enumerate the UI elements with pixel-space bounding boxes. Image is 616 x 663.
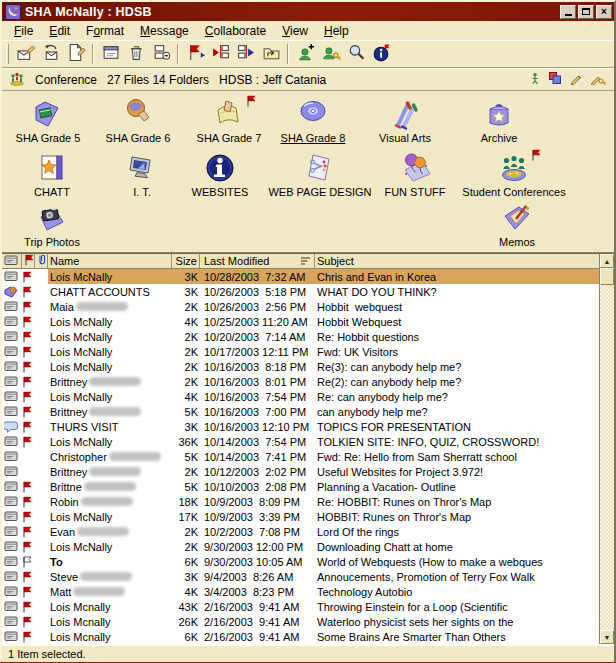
column-header-size[interactable]: Size [172,254,200,268]
message-subject: Re(2): can anybody help me? [315,374,599,389]
message-row[interactable]: Lois McNally2K10/20/2003 7:14 AMRe: Hobb… [2,329,599,344]
message-row[interactable]: Lois McNally4K10/16/2003 7:54 PMRe: can … [2,389,599,404]
message-row[interactable]: Brittne5K10/10/2003 2:08 PMPlanning a Va… [2,479,599,494]
message-row[interactable]: Lois Mcnally43K2/16/2003 9:41 AMThrowing… [2,599,599,614]
message-row[interactable]: Matt4K3/4/2003 8:23 PMTechnology Autobio [2,584,599,599]
message-row[interactable]: THURS VISIT3K10/16/2003 12:10 PMTOPICS F… [2,419,599,434]
flag-red-icon [22,374,35,389]
add-member-button[interactable] [293,42,318,66]
last-modified: 2/16/2003 9:41 AM [200,599,315,614]
message-row[interactable]: Lois McNally3K10/28/2003 7:32 AMChris an… [2,269,599,284]
menu-help[interactable]: Help [316,23,357,39]
column-header-message-icon[interactable] [2,254,22,268]
pencil-icon[interactable] [569,71,583,88]
unsubscribe-button[interactable] [148,42,173,66]
info-button[interactable] [368,42,393,66]
next-unread-button[interactable] [233,42,258,66]
message-row[interactable]: Brittney5K10/16/2003 7:00 PMcan anybody … [2,404,599,419]
column-header-subject[interactable]: Subject [315,254,599,268]
scroll-track[interactable] [600,285,614,630]
message-row[interactable]: Lois McNally36K10/14/2003 7:54 PMTOLKIEN… [2,434,599,449]
conference-icon-student-conferences[interactable]: Student Conferences [444,151,584,198]
message-row[interactable]: Brittney2K10/12/2003 2:02 PMUseful Websi… [2,464,599,479]
conference-icon-label: Student Conferences [462,186,565,198]
message-icon [2,509,22,524]
menu-format[interactable]: Format [78,23,132,39]
column-header-name[interactable]: Name [48,254,172,268]
message-row[interactable]: Steve3K9/4/2003 8:26 AMAnnoucements, Pro… [2,569,599,584]
column-header-attachment-icon[interactable] [35,254,48,268]
message-size: 36K [172,434,200,449]
conference-icon-trip-photos[interactable]: Trip Photos [0,201,122,248]
layers-icon[interactable] [548,71,562,88]
message-row[interactable]: To6K9/30/2003 10:05 AMWorld of Webquests… [2,554,599,569]
pencil-key-icon[interactable] [590,71,607,88]
attachment-cell [35,524,48,539]
menu-file[interactable]: File [6,23,41,39]
message-subject: Planning a Vacation- Outline [315,479,599,494]
message-subject: Throwing Einstein for a Loop (Scientific [315,599,599,614]
menu-bar: FileEditFormatMessageCollaborateViewHelp [2,21,614,40]
message-row[interactable]: Evan2K10/2/2003 7:08 PMLord Of the rings [2,524,599,539]
flag-red-icon [22,269,35,284]
message-row[interactable]: Robin18K10/9/2003 8:09 PMRe: HOBBIT: Run… [2,494,599,509]
message-row[interactable]: Maia2K10/26/2003 2:56 PMHobbit webquest [2,299,599,314]
previous-unread-button[interactable] [208,42,233,66]
conference-icon-archive[interactable]: Archive [429,97,569,144]
message-size: 18K [172,494,200,509]
new-message-button[interactable] [13,42,38,66]
message-size: 43K [172,599,200,614]
vertical-scrollbar[interactable]: ▲ ▼ [599,254,614,644]
flag-red-icon [22,524,35,539]
message-size: 2K [172,539,200,554]
permissions-button[interactable] [318,42,343,66]
message-row[interactable]: Lois McNally4K10/25/2003 11:20 AMHobbit … [2,314,599,329]
delete-button[interactable] [123,42,148,66]
message-size: 3K [172,269,200,284]
message-subject: Re: Hobbit questions [315,329,599,344]
conference-icon-memos[interactable]: Memos [447,201,587,248]
attachment-cell [35,464,48,479]
maximize-button[interactable] [578,5,594,19]
people-icon [496,151,532,185]
last-modified: 10/16/2003 7:00 PM [200,404,315,419]
menu-collaborate[interactable]: Collaborate [197,23,274,39]
toolbar-drag-handle[interactable] [6,44,9,64]
last-modified: 10/26/2003 2:56 PM [200,299,315,314]
message-row[interactable]: Christopher5K10/14/2003 7:41 PMFwd: Re: … [2,449,599,464]
minimize-button[interactable] [560,5,576,19]
conference-icon-label: WEBSITES [192,186,249,198]
column-header-flag-icon[interactable] [22,254,35,268]
reply-button[interactable] [38,42,63,66]
menu-view[interactable]: View [274,23,316,39]
column-header-last-modified[interactable]: Last Modified [200,254,315,268]
title-bar[interactable]: SHA McNally : HDSB × [2,2,614,21]
message-row[interactable]: Brittney2K10/16/2003 8:01 PMRe(2): can a… [2,374,599,389]
message-row[interactable]: Lois McNally2K9/30/2003 12:00 PMDownload… [2,539,599,554]
message-row[interactable]: Lois McNally17K10/9/2003 3:39 PMHOBBIT: … [2,509,599,524]
new-document-icon [66,43,86,66]
menu-message[interactable]: Message [132,23,197,39]
last-modified: 10/26/2003 5:18 PM [200,284,315,299]
message-row[interactable]: Lois McNally2K10/17/2003 12:11 PMFwd: UK… [2,344,599,359]
new-document-button[interactable] [63,42,88,66]
close-button[interactable]: × [596,5,612,19]
scroll-up-button[interactable]: ▲ [600,254,614,268]
scroll-thumb[interactable] [600,268,614,285]
message-row[interactable]: Lois Mcnally26K2/16/2003 9:41 AMWaterloo… [2,614,599,629]
open-item-button[interactable] [98,42,123,66]
message-icon [2,389,22,404]
message-subject: can anybody help me? [315,404,599,419]
flag-button[interactable] [183,42,208,66]
scroll-down-button[interactable]: ▼ [600,630,614,644]
parent-folder-button[interactable] [258,42,283,66]
message-size: 3K [172,569,200,584]
conference-icon-label: Memos [499,236,535,248]
last-modified: 3/4/2003 8:23 PM [200,584,315,599]
person-icon[interactable] [529,71,541,89]
search-button[interactable] [343,42,368,66]
message-row[interactable]: Lois Mcnally6K2/16/2003 9:41 AMSome Brai… [2,629,599,644]
menu-edit[interactable]: Edit [41,23,78,39]
message-row[interactable]: CHATT ACCOUNTS3K10/26/2003 5:18 PMWHAT D… [2,284,599,299]
message-row[interactable]: Lois McNally2K10/16/2003 8:18 PMRe(3): c… [2,359,599,374]
